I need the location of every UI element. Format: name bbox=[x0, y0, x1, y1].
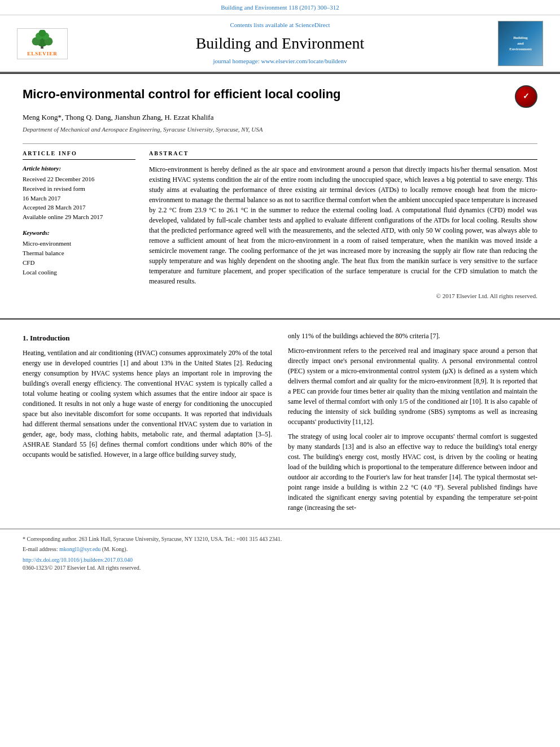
journal-header: ELSEVIER Contents lists available at Sci… bbox=[0, 15, 560, 73]
body-para2: only 11% of the buildings achieved the 8… bbox=[288, 331, 537, 341]
body-left-col: 1. Introduction Heating, ventilation and… bbox=[23, 331, 272, 517]
article-affiliation: Department of Mechanical and Aerospace E… bbox=[23, 125, 537, 134]
article-body: 1. Introduction Heating, ventilation and… bbox=[0, 320, 560, 528]
article-footer: * Corresponding author. 263 Link Hall, S… bbox=[0, 529, 560, 578]
article-info-label: ARTICLE INFO bbox=[23, 150, 135, 160]
elsevier-logo: ELSEVIER bbox=[17, 28, 68, 59]
body-para4: The strategy of using local cooler air t… bbox=[288, 431, 537, 513]
article-authors: Meng Kong*, Thong Q. Dang, Jianshun Zhan… bbox=[23, 112, 537, 123]
keyword-2: Thermal balance bbox=[23, 249, 135, 258]
footnote-email-suffix: (M. Kong). bbox=[102, 546, 128, 552]
copyright-line: © 2017 Elsevier Ltd. All rights reserved… bbox=[149, 292, 537, 301]
journal-main-title: Building and Environment bbox=[85, 32, 475, 55]
article-two-col: ARTICLE INFO Article history: Received 2… bbox=[23, 150, 537, 300]
doi-link[interactable]: http://dx.doi.org/10.1016/j.buildenv.201… bbox=[23, 556, 537, 565]
journal-cover-area: BuildingandEnvironment bbox=[481, 21, 543, 66]
section1-num: 1. bbox=[23, 334, 28, 342]
journal-cover-image: BuildingandEnvironment bbox=[498, 21, 543, 66]
article-history-block: Article history: Received 22 December 20… bbox=[23, 164, 135, 222]
elsevier-brand-text: ELSEVIER bbox=[27, 50, 58, 58]
issn-line: 0360-1323/© 2017 Elsevier Ltd. All right… bbox=[23, 564, 537, 573]
article-info-col: ARTICLE INFO Article history: Received 2… bbox=[23, 150, 135, 300]
abstract-col: ABSTRACT Micro-environment is hereby def… bbox=[149, 150, 537, 300]
footnote-email: E-mail address: mkongl1@syr.edu (M. Kong… bbox=[23, 545, 537, 554]
revised-label: Received in revised form bbox=[23, 185, 135, 194]
sciencedirect-link[interactable]: Contents lists available at ScienceDirec… bbox=[85, 21, 475, 30]
abstract-label: ABSTRACT bbox=[149, 150, 537, 160]
keyword-4: Local cooling bbox=[23, 268, 135, 277]
keyword-3: CFD bbox=[23, 259, 135, 268]
journal-top-bar: Building and Environment 118 (2017) 300–… bbox=[0, 0, 560, 15]
body-para1: Heating, ventilation and air conditionin… bbox=[23, 348, 272, 460]
footnote-star: * Corresponding author. 263 Link Hall, S… bbox=[23, 535, 537, 544]
journal-homepage-link[interactable]: journal homepage: www.elsevier.com/locat… bbox=[85, 57, 475, 66]
abstract-text: Micro-environment is hereby defined as t… bbox=[149, 164, 537, 286]
article-title: Micro-environmental control for efficien… bbox=[23, 85, 515, 103]
body-para3: Micro-environment refers to the perceive… bbox=[288, 346, 537, 427]
footnote-email-link[interactable]: mkongl1@syr.edu bbox=[59, 546, 100, 552]
article-meta-section: Micro-environmental control for efficien… bbox=[0, 74, 560, 318]
article-meta-divider bbox=[23, 143, 537, 144]
keywords-block: Keywords: Micro-environment Thermal bala… bbox=[23, 229, 135, 277]
journal-title-area: Contents lists available at ScienceDirec… bbox=[85, 21, 475, 66]
online-date: Available online 29 March 2017 bbox=[23, 213, 135, 222]
email-label: E-mail address: bbox=[23, 546, 58, 552]
section1-heading: 1. Introduction bbox=[23, 333, 272, 344]
journal-ref: Building and Environment 118 (2017) 300–… bbox=[221, 4, 339, 11]
accepted-date: Accepted 28 March 2017 bbox=[23, 203, 135, 212]
article-title-row: Micro-environmental control for efficien… bbox=[23, 85, 537, 108]
section1-title: Introduction bbox=[30, 334, 70, 342]
body-right-col: only 11% of the buildings achieved the 8… bbox=[288, 331, 537, 517]
elsevier-tree-icon bbox=[25, 30, 59, 50]
elsevier-logo-area: ELSEVIER bbox=[17, 28, 79, 59]
keywords-label: Keywords: bbox=[23, 229, 135, 238]
keyword-1: Micro-environment bbox=[23, 239, 135, 248]
history-label: Article history: bbox=[23, 164, 135, 173]
revised-date: 16 March 2017 bbox=[23, 194, 135, 203]
crossmark-badge[interactable]: ✓ bbox=[515, 85, 537, 108]
received-date: Received 22 December 2016 bbox=[23, 175, 135, 184]
body-two-col: 1. Introduction Heating, ventilation and… bbox=[23, 331, 537, 517]
